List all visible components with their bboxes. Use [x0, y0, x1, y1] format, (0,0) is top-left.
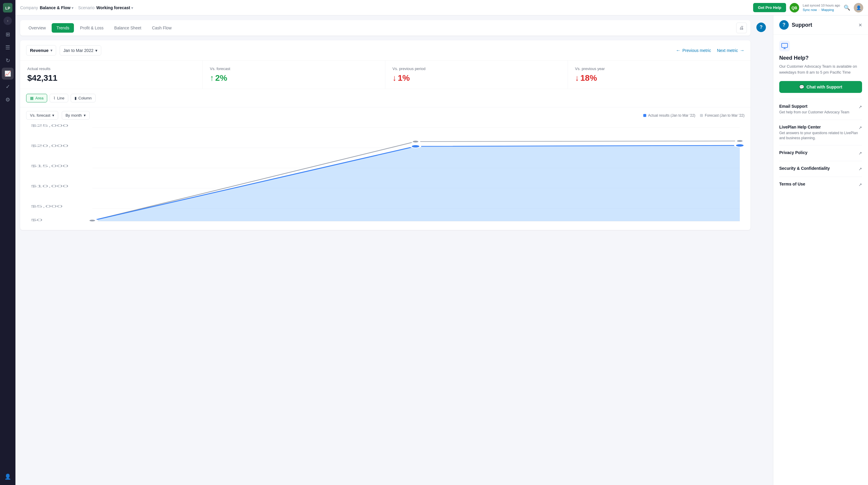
date-chevron-icon: ▾ [95, 48, 97, 53]
external-link-icon-4: ↗ [859, 166, 862, 171]
sidebar-item-refresh[interactable]: ↻ [2, 55, 14, 66]
by-month-dropdown[interactable]: By month ▾ [62, 111, 90, 120]
sidebar-item-list[interactable]: ☰ [2, 41, 14, 54]
stat-vs-period-value: ↓1% [393, 73, 560, 83]
support-close-button[interactable]: × [859, 22, 862, 29]
support-body: Need Help? Our Customer Advocacy Team is… [773, 35, 868, 198]
tab-trends[interactable]: Trends [52, 23, 74, 33]
stat-vs-period: Vs. previous period ↓1% [385, 61, 568, 89]
need-help-text: Our Customer Advocacy Team is available … [779, 64, 862, 75]
get-pro-button[interactable]: Get Pro Help [753, 3, 786, 12]
support-trigger-button[interactable]: ? [756, 23, 766, 32]
tab-cash-flow[interactable]: Cash Flow [147, 23, 176, 33]
column-icon: ▮ [74, 96, 76, 100]
sync-now-link[interactable]: Sync now [803, 8, 817, 11]
chart-filter-area: Vs. forecast ▾ By month ▾ Actual resul [20, 107, 750, 123]
svg-text:$25,000: $25,000 [31, 124, 69, 127]
sidebar-item-checkmark[interactable]: ✓ [2, 81, 14, 93]
breadcrumb: Company Balance & Flow ▾ · Scenario Work… [20, 5, 133, 10]
external-link-icon-3: ↗ [859, 151, 862, 156]
svg-text:$0: $0 [31, 218, 42, 222]
chart-legend: Actual results (Jan to Mar '22) Forecast… [643, 114, 745, 118]
tab-overview[interactable]: Overview [24, 23, 51, 33]
svg-rect-25 [782, 43, 787, 47]
svg-point-20 [411, 145, 420, 148]
chart-controls: ▦ Area ⌇ Line ▮ Column [20, 89, 750, 107]
vs-filter-chevron-icon: ▾ [52, 113, 54, 118]
support-link-security[interactable]: Security & Confidentiality ↗ [779, 161, 862, 176]
support-header: ? Support × [773, 15, 868, 35]
svg-text:👤: 👤 [856, 5, 862, 10]
tab-bar: Overview Trends Profit & Loss Balance Sh… [20, 20, 750, 36]
next-metric-button[interactable]: Next metric → [717, 48, 745, 53]
svg-text:$10,000: $10,000 [31, 184, 69, 188]
prev-metric-button[interactable]: ← Previous metric [676, 48, 711, 53]
stat-vs-forecast-value: ↑2% [210, 73, 378, 83]
svg-point-23 [412, 140, 419, 143]
chart-type-area[interactable]: ▦ Area [26, 94, 47, 102]
user-avatar[interactable]: 👤 [854, 3, 863, 12]
support-links: Email Support Get help from our Customer… [779, 99, 862, 192]
legend-forecast-dot [700, 114, 703, 117]
app-logo[interactable]: LP [2, 2, 13, 13]
svg-text:LP: LP [5, 6, 10, 10]
support-link-privacy[interactable]: Privacy Policy ↗ [779, 145, 862, 161]
print-button[interactable]: 🖨 [736, 23, 747, 33]
scenario-label: Scenario [78, 5, 94, 10]
chart-svg: $25,000 $20,000 $15,000 $10,000 $5,000 $… [26, 123, 745, 224]
legend-actual-dot [643, 114, 646, 117]
sidebar: LP › ⊞ ☰ ↻ 📈 ✓ ⚙ 👤 [0, 0, 16, 485]
metric-date-dropdown[interactable]: Jan to Mar 2022 ▾ [60, 45, 101, 56]
svg-text:$20,000: $20,000 [31, 144, 69, 148]
svg-point-22 [89, 219, 96, 222]
search-icon[interactable]: 🔍 [844, 4, 850, 11]
stat-vs-year: Vs. previous year ↓18% [568, 61, 750, 89]
external-link-icon: ↗ [859, 104, 862, 109]
metric-type-dropdown[interactable]: Revenue ▾ [26, 45, 56, 56]
by-month-chevron-icon: ▾ [84, 113, 86, 118]
company-name[interactable]: Balance & Flow ▾ [40, 5, 73, 10]
vs-filter-dropdown[interactable]: Vs. forecast ▾ [26, 111, 58, 120]
svg-text:$15,000: $15,000 [31, 164, 69, 168]
svg-point-21 [735, 144, 745, 147]
content-area: Overview Trends Profit & Loss Balance Sh… [16, 15, 868, 485]
need-help-icon [779, 41, 790, 51]
scenario-name[interactable]: Working forecast ▾ [96, 5, 133, 10]
need-help-title: Need Help? [779, 55, 862, 61]
sync-info: Last synced 10 hours ago Sync now · Mapp… [803, 3, 840, 12]
sidebar-expand[interactable]: › [4, 17, 12, 25]
down-arrow-icon-2: ↓ [575, 73, 579, 83]
tab-balance-sheet[interactable]: Balance Sheet [110, 23, 146, 33]
stats-row: Actual results $42,311 Vs. forecast ↑2% [20, 61, 750, 89]
chart-type-line[interactable]: ⌇ Line [50, 94, 68, 102]
chat-with-support-button[interactable]: 💬 Chat with Support [779, 81, 862, 93]
support-link-terms[interactable]: Terms of Use ↗ [779, 176, 862, 192]
stat-vs-year-value: ↓18% [575, 73, 743, 83]
sidebar-item-user[interactable]: 👤 [2, 471, 14, 483]
tab-profit-loss[interactable]: Profit & Loss [75, 23, 108, 33]
sidebar-item-settings[interactable]: ⚙ [2, 94, 14, 106]
area-icon: ▦ [30, 96, 34, 100]
metric-card: Revenue ▾ Jan to Mar 2022 ▾ ← Previous [20, 40, 750, 230]
down-arrow-icon: ↓ [393, 73, 397, 83]
sidebar-item-dashboard[interactable]: ⊞ [2, 29, 14, 40]
support-header-left: ? Support [779, 20, 812, 30]
main-panel: Overview Trends Profit & Loss Balance Sh… [16, 15, 773, 485]
left-arrow-icon: ← [676, 48, 681, 53]
external-link-icon-5: ↗ [859, 182, 862, 187]
external-link-icon-2: ↗ [859, 125, 862, 130]
chart-type-column[interactable]: ▮ Column [71, 94, 96, 102]
support-link-email[interactable]: Email Support Get help from our Customer… [779, 99, 862, 120]
main-wrapper: Company Balance & Flow ▾ · Scenario Work… [16, 0, 868, 485]
topbar-right: QB Last synced 10 hours ago Sync now · M… [789, 3, 863, 12]
mapping-link[interactable]: Mapping [822, 8, 834, 11]
scenario-chevron-icon: ▾ [131, 6, 133, 10]
svg-text:$5,000: $5,000 [31, 204, 63, 208]
metric-nav: ← Previous metric Next metric → [676, 48, 745, 53]
sidebar-item-trends[interactable]: 📈 [2, 68, 14, 79]
legend-forecast: Forecast (Jan to Mar '22) [700, 114, 745, 118]
stat-actual: Actual results $42,311 [20, 61, 203, 89]
support-link-help-center[interactable]: LivePlan Help Center Get answers to your… [779, 120, 862, 146]
legend-actual: Actual results (Jan to Mar '22) [643, 114, 695, 118]
stat-vs-forecast: Vs. forecast ↑2% [203, 61, 385, 89]
